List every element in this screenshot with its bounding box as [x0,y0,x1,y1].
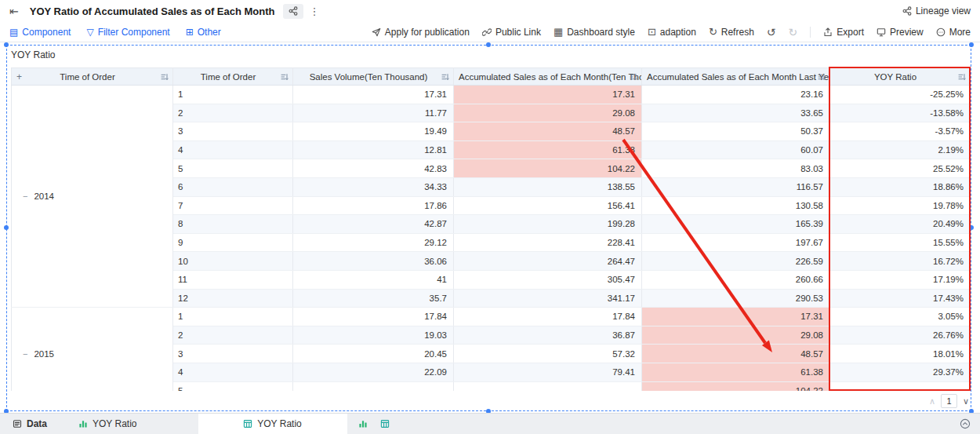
cell-month[interactable]: 1 [173,308,293,326]
cell-month[interactable]: 10 [173,252,293,271]
cell-sales-volume[interactable]: 22.09 [293,363,454,381]
preview-button[interactable]: Preview [877,27,924,38]
cell-accumulated-sales[interactable]: 17.84 [454,308,642,326]
sort-icon[interactable] [630,73,637,81]
cell-accumulated-sales-last-year[interactable]: 83.03 [642,159,830,178]
cell-sales-volume[interactable] [293,381,454,391]
cell-sales-volume[interactable]: 20.45 [293,345,454,363]
cell-accumulated-sales-last-year[interactable]: 60.07 [642,140,830,159]
column-header-accumulated-sales[interactable]: Accumulated Sales as of Each Month(Ten T… [454,68,642,86]
page-down-icon[interactable]: ∨ [963,396,969,407]
cell-accumulated-sales-last-year[interactable]: 50.37 [642,122,830,141]
selection-handle[interactable] [486,42,491,47]
more-button[interactable]: More [936,27,971,38]
selection-handle[interactable] [969,225,974,230]
cell-sales-volume[interactable]: 35.7 [293,289,454,308]
sort-icon[interactable] [281,73,289,81]
cell-accumulated-sales-last-year[interactable]: 33.65 [642,104,830,122]
cell-sales-volume[interactable]: 42.83 [293,159,454,178]
cell-sales-volume[interactable]: 17.31 [293,86,454,104]
page-up-icon[interactable]: ∧ [929,396,935,407]
cell-yoy-ratio[interactable]: -13.58% [830,104,971,122]
cell-month[interactable]: 6 [173,177,293,196]
cell-month[interactable]: 11 [173,270,293,289]
dashboard-style-button[interactable]: ▦Dashboard style [554,27,635,38]
filter-component-button[interactable]: ▽Filter Component [86,27,169,38]
cell-accumulated-sales[interactable]: 305.47 [454,270,642,289]
cell-accumulated-sales-last-year[interactable]: 130.58 [642,196,830,215]
redo-icon[interactable]: ↻ [789,26,798,38]
collapse-group-icon[interactable]: − [23,349,27,359]
cell-yoy-ratio[interactable]: 3.05% [830,308,971,326]
cell-accumulated-sales-last-year[interactable]: 48.57 [642,345,830,363]
cell-accumulated-sales-last-year[interactable]: 116.57 [642,177,830,196]
lineage-view-button[interactable]: Lineage view [902,5,971,16]
selection-handle[interactable] [4,42,9,47]
apply-publication-button[interactable]: Apply for publication [372,27,470,38]
other-button[interactable]: ⊞Other [186,27,221,38]
cell-month[interactable]: 5 [173,159,293,178]
cell-sales-volume[interactable]: 17.86 [293,196,454,215]
cell-month[interactable]: 3 [173,122,293,141]
cell-yoy-ratio[interactable]: 18.01% [830,345,971,363]
undo-icon[interactable]: ↺ [767,26,776,38]
cell-accumulated-sales-last-year[interactable]: 226.59 [642,252,830,271]
cell-month[interactable]: 2 [173,326,293,345]
cell-yoy-ratio[interactable]: 2.19% [830,140,971,159]
cell-yoy-ratio[interactable]: 29.37% [830,363,971,381]
selection-handle[interactable] [4,225,9,230]
cell-sales-volume[interactable]: 12.81 [293,140,454,159]
selection-handle[interactable] [486,409,491,413]
cell-yoy-ratio[interactable]: 19.78% [830,196,971,215]
cell-accumulated-sales[interactable]: 228.41 [454,233,642,252]
collapse-panel-icon[interactable] [960,418,971,429]
cell-accumulated-sales[interactable]: 57.32 [454,345,642,363]
cell-sales-volume[interactable]: 41 [293,270,454,289]
cell-yoy-ratio[interactable]: 20.49% [830,215,971,234]
refresh-button[interactable]: ↻Refresh [709,27,754,38]
cell-accumulated-sales[interactable] [454,381,642,391]
column-header-sales-volume[interactable]: Sales Volume(Ten Thousand) [293,68,454,86]
share-button[interactable] [283,4,303,19]
cell-accumulated-sales[interactable]: 138.55 [454,177,642,196]
selection-handle[interactable] [969,409,974,413]
cell-month[interactable]: 2 [173,104,293,122]
year-group-cell[interactable]: −2014 [12,86,173,308]
cell-yoy-ratio[interactable]: 16.72% [830,252,971,271]
cell-accumulated-sales[interactable]: 36.87 [454,326,642,345]
column-header-accumulated-sales-last-year[interactable]: Accumulated Sales as of Each Month Last … [642,68,830,86]
cell-accumulated-sales[interactable]: 104.22 [454,159,642,178]
cell-yoy-ratio[interactable]: 18.86% [830,177,971,196]
cell-month[interactable]: 12 [173,289,293,308]
cell-month[interactable]: 5 [173,381,293,391]
cell-yoy-ratio[interactable]: 25.52% [830,159,971,178]
cell-yoy-ratio[interactable]: -3.57% [830,122,971,141]
cell-accumulated-sales[interactable]: 48.57 [454,122,642,141]
selection-handle[interactable] [4,409,9,413]
cell-accumulated-sales[interactable]: 79.41 [454,363,642,381]
cell-accumulated-sales[interactable]: 61.38 [454,140,642,159]
column-header-time-of-order-year[interactable]: + Time of Order [12,68,173,86]
cell-accumulated-sales-last-year[interactable]: 104.22 [642,381,830,391]
collapse-group-icon[interactable]: − [23,191,27,201]
cell-sales-volume[interactable]: 36.06 [293,252,454,271]
tab-yoy-ratio-table-active[interactable]: YOY Ratio [198,414,347,434]
tab-yoy-ratio-chart[interactable]: YOY Ratio [78,418,136,429]
cell-month[interactable]: 9 [173,233,293,252]
add-chart-icon[interactable] [358,419,368,429]
cell-sales-volume[interactable]: 29.12 [293,233,454,252]
cell-accumulated-sales[interactable]: 29.08 [454,104,642,122]
cell-sales-volume[interactable]: 19.49 [293,122,454,141]
sort-icon[interactable] [161,73,169,81]
cell-yoy-ratio[interactable]: 26.76% [830,326,971,345]
cell-yoy-ratio[interactable]: 15.55% [830,233,971,252]
sort-icon[interactable] [958,73,966,81]
public-link-button[interactable]: Public Link [482,27,541,38]
cell-accumulated-sales[interactable]: 341.17 [454,289,642,308]
cell-accumulated-sales-last-year[interactable]: 197.67 [642,233,830,252]
cell-accumulated-sales-last-year[interactable]: 17.31 [642,308,830,326]
column-header-yoy-ratio[interactable]: YOY Ratio [830,68,971,86]
cell-accumulated-sales[interactable]: 17.31 [454,86,642,104]
cell-accumulated-sales[interactable]: 199.28 [454,215,642,234]
cell-accumulated-sales-last-year[interactable]: 290.53 [642,289,830,308]
